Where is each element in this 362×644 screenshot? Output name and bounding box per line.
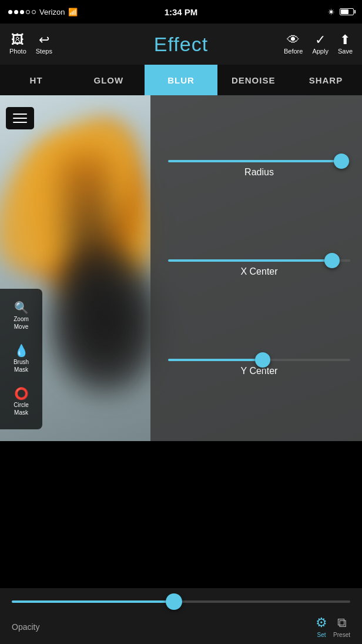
left-tools-panel: 🔍 ZoomMove 💧 BrushMask ⭕ CircleMask	[0, 289, 42, 429]
tab-blur[interactable]: BLUR	[145, 65, 217, 95]
steps-button[interactable]: ↩ Steps	[36, 34, 52, 55]
bottom-bar: Opacity ⚙ Set ⧉ Preset	[0, 588, 362, 644]
circle-mask-tool[interactable]: ⭕ CircleMask	[0, 381, 42, 423]
signal-dot-2	[14, 10, 18, 14]
brush-label: BrushMask	[14, 358, 29, 373]
xcenter-track[interactable]	[168, 259, 350, 262]
ycenter-fill	[168, 359, 263, 361]
bottom-icons: ⚙ Set ⧉ Preset	[316, 615, 350, 638]
top-toolbar: 🖼 Photo ↩ Steps Effect 👁 Before ✓ Apply …	[0, 24, 362, 65]
bluetooth-icon: ✴	[327, 6, 335, 18]
photo-label: Photo	[9, 48, 26, 55]
xcenter-thumb[interactable]	[324, 253, 340, 268]
opacity-track[interactable]	[12, 600, 350, 603]
menu-button[interactable]	[6, 107, 34, 129]
steps-label: Steps	[36, 48, 52, 55]
tab-glow[interactable]: GLOW	[72, 65, 145, 95]
preset-label: Preset	[333, 632, 350, 638]
signal-dot-4	[26, 10, 30, 14]
check-icon: ✓	[315, 34, 326, 46]
apply-label: Apply	[312, 48, 329, 55]
signal-dot-1	[8, 10, 12, 14]
ham-line-1	[13, 114, 27, 115]
preset-button[interactable]: ⧉ Preset	[333, 615, 350, 638]
status-left: Verizon 📶	[8, 8, 78, 16]
save-button[interactable]: ⬆ Save	[338, 34, 353, 55]
brush-icon: 💧	[14, 345, 29, 356]
ycenter-thumb[interactable]	[255, 352, 270, 368]
share-icon: ⬆	[340, 34, 350, 46]
xcenter-slider-group: X Center	[168, 259, 350, 277]
radius-slider-group: Radius	[168, 160, 350, 178]
opacity-thumb[interactable]	[166, 593, 182, 610]
ham-line-2	[13, 118, 27, 119]
circle-icon: ⭕	[14, 388, 29, 399]
opacity-label: Opacity	[12, 622, 39, 632]
ycenter-label: Y Center	[168, 366, 350, 376]
tab-light[interactable]: HT	[0, 65, 72, 95]
set-button[interactable]: ⚙ Set	[316, 615, 327, 638]
toolbar-title: Effect	[154, 33, 208, 56]
tab-bar: HT GLOW BLUR DENOISE SHARP	[0, 65, 362, 95]
radius-fill	[168, 160, 341, 162]
toolbar-right: 👁 Before ✓ Apply ⬆ Save	[284, 34, 353, 55]
set-label: Set	[317, 632, 326, 638]
opacity-fill	[12, 600, 174, 603]
circle-label: CircleMask	[14, 401, 29, 416]
opacity-slider-row	[0, 588, 362, 615]
zoom-label: ZoomMove	[14, 315, 29, 331]
apply-button[interactable]: ✓ Apply	[312, 34, 329, 55]
tab-sharpen[interactable]: SHARP	[290, 65, 362, 95]
ycenter-track[interactable]	[168, 359, 350, 361]
signal-dots	[8, 10, 36, 14]
signal-dot-3	[20, 10, 24, 14]
eye-icon: 👁	[287, 34, 300, 46]
controls-panel: Radius X Center Y Center	[150, 95, 362, 441]
before-label: Before	[284, 48, 303, 55]
photo-icon: 🖼	[11, 34, 24, 46]
preset-icon: ⧉	[337, 615, 347, 630]
radius-track[interactable]	[168, 160, 350, 162]
toolbar-left: 🖼 Photo ↩ Steps	[9, 34, 52, 55]
signal-dot-5	[32, 10, 36, 14]
steps-icon: ↩	[39, 34, 49, 46]
wifi-icon: 📶	[68, 8, 78, 16]
battery-fill	[341, 9, 348, 14]
ycenter-slider-group: Y Center	[168, 359, 350, 376]
radius-label: Radius	[168, 167, 350, 178]
status-right: ✴	[327, 6, 354, 18]
image-canvas: 🔍 ZoomMove 💧 BrushMask ⭕ CircleMask Radi…	[0, 95, 362, 441]
xcenter-label: X Center	[168, 266, 350, 277]
bottom-labels-row: Opacity ⚙ Set ⧉ Preset	[0, 615, 362, 644]
zoom-icon: 🔍	[14, 302, 29, 313]
photo-button[interactable]: 🖼 Photo	[9, 34, 26, 55]
radius-thumb[interactable]	[334, 154, 349, 169]
tab-denoise[interactable]: DENOISE	[217, 65, 290, 95]
xcenter-fill	[168, 259, 332, 262]
battery-icon	[340, 8, 354, 15]
ham-line-3	[13, 122, 27, 123]
brush-mask-tool[interactable]: 💧 BrushMask	[0, 338, 42, 381]
carrier-label: Verizon	[39, 8, 65, 16]
before-button[interactable]: 👁 Before	[284, 34, 303, 55]
zoom-move-tool[interactable]: 🔍 ZoomMove	[0, 295, 42, 338]
status-time: 1:34 PM	[165, 7, 198, 17]
set-icon: ⚙	[316, 615, 327, 630]
status-bar: Verizon 📶 1:34 PM ✴	[0, 0, 362, 24]
save-label: Save	[338, 48, 353, 55]
